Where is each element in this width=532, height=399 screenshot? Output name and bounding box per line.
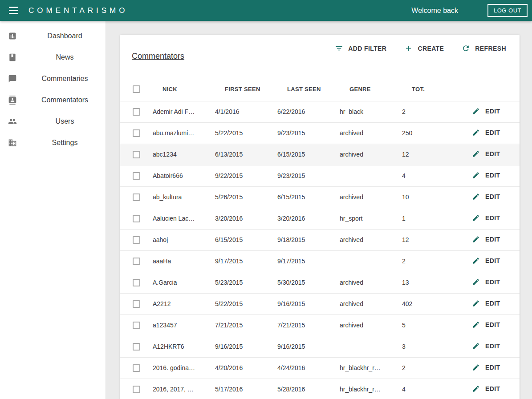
refresh-label: REFRESH <box>475 45 506 52</box>
edit-button[interactable]: EDIT <box>472 107 500 115</box>
column-header-edit <box>459 78 520 101</box>
commentators-table: NICK FIRST SEEN LAST SEEN GENRE TOT. Ade… <box>120 78 520 399</box>
table-row: aaaHa 9/17/2015 9/17/2015 2 EDIT <box>120 250 520 272</box>
column-header-first-seen: FIRST SEEN <box>209 78 272 101</box>
tot-cell: 12 <box>396 229 459 250</box>
row-checkbox[interactable] <box>133 172 140 180</box>
last-seen-cell: 7/21/2015 <box>272 314 334 336</box>
commentaries-icon <box>8 74 17 83</box>
commentators-card: Commentators ADD FILTER CREATE REFRES <box>120 35 520 399</box>
filter-icon <box>335 44 343 52</box>
edit-button[interactable]: EDIT <box>472 278 500 286</box>
row-checkbox[interactable] <box>133 108 140 116</box>
table-row: A2212 5/22/2015 9/16/2015 archived 402 E… <box>120 293 520 314</box>
tot-cell: 4 <box>396 379 459 399</box>
last-seen-cell: 3/20/2016 <box>272 208 334 229</box>
last-seen-cell: 5/30/2015 <box>272 272 334 293</box>
tot-cell: 402 <box>396 293 459 314</box>
nick-cell: abc1234 <box>147 144 209 165</box>
first-seen-cell: 5/22/2015 <box>209 293 272 314</box>
nick-cell: aaaHa <box>147 250 209 272</box>
row-checkbox[interactable] <box>133 193 140 201</box>
tot-cell: 10 <box>396 186 459 208</box>
tot-cell: 2 <box>396 250 459 272</box>
table-row: Abatoir666 9/22/2015 9/23/2015 4 EDIT <box>120 165 520 186</box>
tot-cell: 250 <box>396 122 459 144</box>
first-seen-cell: 5/26/2015 <box>209 186 272 208</box>
column-header-genre: GENRE <box>334 78 396 101</box>
edit-button[interactable]: EDIT <box>472 321 500 329</box>
table-row: A12HKRT6 9/16/2015 9/16/2015 3 EDIT <box>120 336 520 357</box>
refresh-button[interactable]: REFRESH <box>462 44 506 52</box>
row-checkbox[interactable] <box>133 364 140 372</box>
first-seen-cell: 7/21/2015 <box>209 314 272 336</box>
create-button[interactable]: CREATE <box>404 44 444 52</box>
table-row: 2016, 2017, … 5/17/2016 5/28/2016 hr_bla… <box>120 379 520 399</box>
row-checkbox[interactable] <box>133 343 140 351</box>
edit-button[interactable]: EDIT <box>472 385 500 393</box>
sidebar-item-label: Commentators <box>24 96 106 104</box>
news-icon <box>8 53 17 62</box>
genre-cell: archived <box>334 314 396 336</box>
genre-cell <box>334 336 396 357</box>
toolbar: ADD FILTER CREATE REFRESH <box>317 44 506 52</box>
tot-cell: 3 <box>396 336 459 357</box>
edit-button[interactable]: EDIT <box>472 193 500 201</box>
first-seen-cell: 9/16/2015 <box>209 336 272 357</box>
sidebar-item-commentaries[interactable]: Commentaries <box>0 68 106 89</box>
sidebar-item-news[interactable]: News <box>0 47 106 68</box>
edit-button[interactable]: EDIT <box>472 129 500 137</box>
edit-label: EDIT <box>485 214 500 222</box>
edit-button[interactable]: EDIT <box>472 235 500 243</box>
edit-button[interactable]: EDIT <box>472 214 500 222</box>
create-label: CREATE <box>418 45 444 52</box>
tot-cell: 12 <box>396 144 459 165</box>
nick-cell: 2016. godina… <box>147 357 209 379</box>
table-row: 2016. godina… 4/20/2016 4/24/2016 hr_bla… <box>120 357 520 379</box>
row-checkbox[interactable] <box>133 151 140 158</box>
last-seen-cell: 4/24/2016 <box>272 357 334 379</box>
row-checkbox[interactable] <box>133 258 140 265</box>
edit-icon <box>472 278 480 286</box>
menu-icon[interactable] <box>9 7 19 14</box>
genre-cell: archived <box>334 293 396 314</box>
row-checkbox[interactable] <box>133 386 140 393</box>
last-seen-cell: 9/16/2015 <box>272 293 334 314</box>
card-header: Commentators ADD FILTER CREATE REFRES <box>120 35 520 78</box>
row-checkbox[interactable] <box>133 215 140 222</box>
edit-button[interactable]: EDIT <box>472 363 500 371</box>
select-all-checkbox[interactable] <box>133 85 140 93</box>
row-checkbox[interactable] <box>133 300 140 308</box>
sidebar-item-settings[interactable]: Settings <box>0 132 106 153</box>
tot-cell: 4 <box>396 165 459 186</box>
add-filter-button[interactable]: ADD FILTER <box>335 44 386 52</box>
genre-cell: archived <box>334 186 396 208</box>
edit-label: EDIT <box>485 172 500 179</box>
sidebar-item-commentators[interactable]: Commentators <box>0 89 106 111</box>
nick-cell: A2212 <box>147 293 209 314</box>
page-title[interactable]: Commentators <box>132 52 184 61</box>
edit-button[interactable]: EDIT <box>472 171 500 179</box>
edit-button[interactable]: EDIT <box>472 257 500 265</box>
edit-button[interactable]: EDIT <box>472 150 500 158</box>
nick-cell: Aalucien Lac… <box>147 208 209 229</box>
genre-cell: hr_blackhr_r… <box>334 357 396 379</box>
logout-button[interactable]: LOG OUT <box>487 4 528 17</box>
sidebar-item-dashboard[interactable]: Dashboard <box>0 25 106 47</box>
table-row: abu.mazlumi… 5/22/2015 9/23/2015 archive… <box>120 122 520 144</box>
row-checkbox[interactable] <box>133 322 140 329</box>
table-row: ab_kultura 5/26/2015 6/15/2015 archived … <box>120 186 520 208</box>
genre-cell <box>334 165 396 186</box>
row-checkbox[interactable] <box>133 129 140 137</box>
edit-icon <box>472 214 480 222</box>
nick-cell: aahoj <box>147 229 209 250</box>
sidebar-item-users[interactable]: Users <box>0 111 106 132</box>
edit-button[interactable]: EDIT <box>472 299 500 307</box>
edit-icon <box>472 129 480 137</box>
settings-icon <box>8 138 17 147</box>
row-checkbox[interactable] <box>133 279 140 286</box>
app-root: COMENTARISMO Welcome back LOG OUT Dashbo… <box>0 0 532 399</box>
edit-label: EDIT <box>485 385 500 392</box>
row-checkbox[interactable] <box>133 236 140 244</box>
edit-button[interactable]: EDIT <box>472 342 500 350</box>
